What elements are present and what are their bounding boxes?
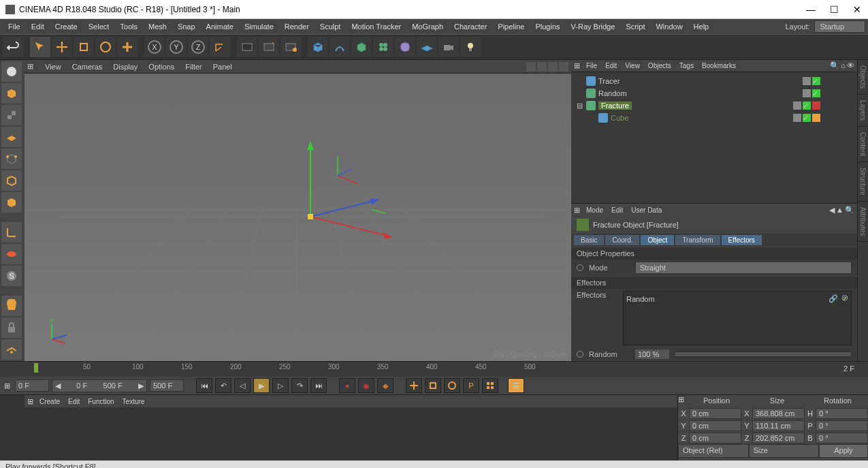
array-button[interactable] xyxy=(373,37,393,57)
size-y-input[interactable]: 110.11 cm xyxy=(752,420,805,431)
goto-start-button[interactable]: ⏮ xyxy=(196,378,212,393)
goto-end-button[interactable]: ⏭ xyxy=(310,378,327,393)
viewport-solo-button[interactable] xyxy=(1,244,22,264)
effector-target-icon[interactable]: ◎ xyxy=(841,293,848,302)
menu-render[interactable]: Render xyxy=(279,20,315,33)
object-tree[interactable]: Tracer✓Random✓⊟Fracture✓Cube✓ xyxy=(571,72,857,203)
prev-frame-button[interactable]: ◁ xyxy=(234,378,251,393)
side-tab-content[interactable]: Content xyxy=(858,127,868,162)
pos-x-input[interactable]: 0 cm xyxy=(689,408,741,419)
viewport-menu-cameras[interactable]: Cameras xyxy=(67,61,108,72)
random-radio[interactable] xyxy=(577,351,583,358)
menu-edit[interactable]: Edit xyxy=(26,20,50,33)
mode-dropdown[interactable]: Straight xyxy=(635,262,852,274)
tree-item-cube[interactable]: Cube✓ xyxy=(574,112,854,124)
total-frames-input[interactable]: 500 F xyxy=(150,379,184,392)
viewport-menu-panel[interactable]: Panel xyxy=(208,61,238,72)
rot-b-input[interactable]: 0 ° xyxy=(816,433,868,443)
objects-menu-objects[interactable]: Objects xyxy=(644,61,675,71)
menu-file[interactable]: File xyxy=(3,20,26,33)
viewport-rotate-icon[interactable] xyxy=(548,62,558,72)
make-editable-button[interactable] xyxy=(1,61,22,82)
coord-mode-dropdown[interactable]: Object (Rel) xyxy=(678,444,749,458)
rot-key-button[interactable] xyxy=(444,378,460,393)
keyframe-sel-button[interactable]: ◆ xyxy=(377,378,393,393)
side-tab-structure[interactable]: Structure xyxy=(858,162,868,202)
size-z-input[interactable]: 202.852 cm xyxy=(752,433,805,443)
menu-simulate[interactable]: Simulate xyxy=(239,20,279,33)
workplane-snap-button[interactable] xyxy=(1,296,22,316)
planar-workplane-button[interactable] xyxy=(1,339,22,360)
scale-button[interactable] xyxy=(74,37,94,57)
menu-plugins[interactable]: Plugins xyxy=(530,20,565,33)
objects-menu-tags[interactable]: Tags xyxy=(675,61,698,71)
apply-button[interactable]: Apply xyxy=(819,444,868,458)
current-frame-input[interactable]: 0 F xyxy=(15,379,49,392)
home-icon[interactable]: ⌂ xyxy=(841,61,846,70)
viewport-zoom-icon[interactable] xyxy=(537,62,547,72)
coord-system-button[interactable] xyxy=(210,37,230,57)
range-input[interactable]: ◀0 F500 F▶ xyxy=(52,379,147,392)
menu-character[interactable]: Character xyxy=(449,20,492,33)
tree-item-tracer[interactable]: Tracer✓ xyxy=(574,75,854,87)
snap-button[interactable]: S xyxy=(1,266,22,286)
render-picture-button[interactable] xyxy=(259,37,279,57)
size-mode-dropdown[interactable]: Size xyxy=(749,444,820,458)
material-menu-texture[interactable]: Texture xyxy=(118,396,149,407)
material-content[interactable] xyxy=(25,407,677,461)
live-select-button[interactable] xyxy=(30,37,50,57)
attr-tab-coord[interactable]: Coord. xyxy=(605,235,639,245)
timeline-ruler[interactable]: 50100150200250300350400450500 2 F xyxy=(0,362,868,377)
viewport-menu-display[interactable]: Display xyxy=(108,61,143,72)
floor-button[interactable] xyxy=(417,37,437,57)
size-x-input[interactable]: 368.808 cm xyxy=(752,408,805,419)
next-key-button[interactable]: ↷ xyxy=(291,378,308,393)
deformer-button[interactable] xyxy=(395,37,415,57)
objects-menu-bookmarks[interactable]: Bookmarks xyxy=(698,61,740,71)
random-slider[interactable] xyxy=(675,352,852,357)
menu-v-ray-bridge[interactable]: V-Ray Bridge xyxy=(566,20,621,33)
tree-item-random[interactable]: Random✓ xyxy=(574,87,854,99)
search-icon[interactable]: 🔍 xyxy=(830,61,839,70)
menu-snap[interactable]: Snap xyxy=(172,20,201,33)
attr-tab-basic[interactable]: Basic xyxy=(574,235,604,245)
attr-tab-transform[interactable]: Transform xyxy=(675,235,720,245)
camera-button[interactable] xyxy=(438,37,459,57)
menu-create[interactable]: Create xyxy=(50,20,83,33)
scale-key-button[interactable] xyxy=(425,378,441,393)
menu-animate[interactable]: Animate xyxy=(201,20,239,33)
menu-select[interactable]: Select xyxy=(83,20,115,33)
menu-sculpt[interactable]: Sculpt xyxy=(315,20,347,33)
locked-workplane-button[interactable] xyxy=(1,317,22,338)
z-axis-button[interactable]: Z xyxy=(188,37,208,57)
pos-y-input[interactable]: 0 cm xyxy=(689,420,741,431)
viewport-pan-icon[interactable] xyxy=(526,62,536,72)
next-frame-button[interactable]: ▷ xyxy=(272,378,289,393)
x-axis-button[interactable]: X xyxy=(144,37,165,57)
edges-mode-button[interactable] xyxy=(1,170,22,191)
move-button[interactable] xyxy=(52,37,72,57)
attr-tab-effectors[interactable]: Effectors xyxy=(722,235,762,245)
viewport-toggle-icon[interactable] xyxy=(559,62,568,72)
objects-menu-view[interactable]: View xyxy=(621,61,644,71)
attr-menu-user-data[interactable]: User Data xyxy=(627,205,666,215)
rot-p-input[interactable]: 0 ° xyxy=(816,420,868,431)
maximize-button[interactable]: ☐ xyxy=(829,4,839,15)
layout-dropdown[interactable]: Startup xyxy=(814,20,865,33)
workplane-button[interactable] xyxy=(1,127,22,147)
menu-help[interactable]: Help xyxy=(688,20,715,33)
menu-motion-tracker[interactable]: Motion Tracker xyxy=(346,20,406,33)
menu-pipeline[interactable]: Pipeline xyxy=(492,20,530,33)
tree-item-fracture[interactable]: ⊟Fracture✓ xyxy=(574,99,854,112)
close-button[interactable]: ✕ xyxy=(852,4,863,15)
viewport-menu-options[interactable]: Options xyxy=(143,61,180,72)
record-button[interactable]: ● xyxy=(339,378,355,393)
nav-back-icon[interactable]: ◀ xyxy=(829,206,835,215)
param-key-button[interactable]: P xyxy=(463,378,479,393)
menu-window[interactable]: Window xyxy=(650,20,688,33)
playhead[interactable] xyxy=(34,363,38,373)
play-button[interactable]: ▶ xyxy=(253,378,270,393)
random-value[interactable]: 100 % xyxy=(635,349,669,359)
light-button[interactable] xyxy=(460,37,481,57)
render-settings-button[interactable] xyxy=(280,37,301,57)
